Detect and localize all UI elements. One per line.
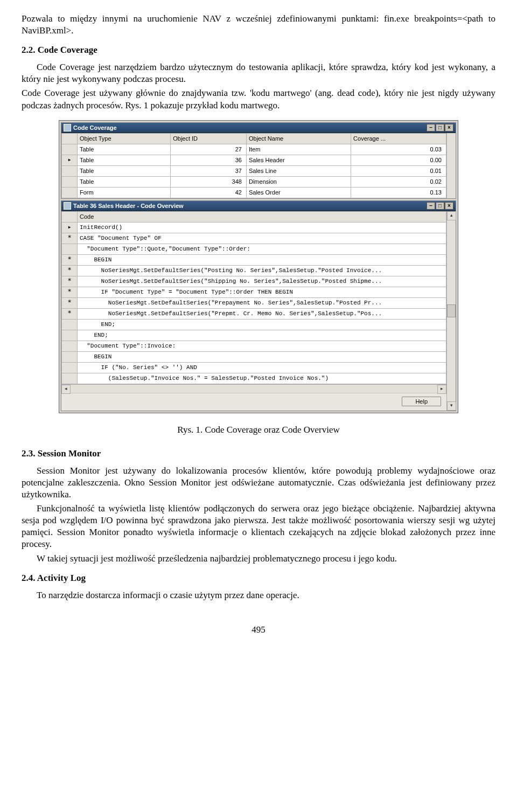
table-row[interactable]: Form42Sales Order0.13 <box>62 187 446 198</box>
table-row[interactable]: ▸InitRecord() <box>62 222 446 233</box>
close-button[interactable]: × <box>445 202 453 210</box>
cell-coverage: 0.02 <box>351 176 446 187</box>
close-button[interactable]: × <box>445 124 453 131</box>
table-row[interactable]: * NoSeriesMgt.SetDefaultSeries("Shipping… <box>62 276 446 287</box>
row-marker: ▸ <box>62 222 78 233</box>
col-header: Coverage ... <box>351 133 446 144</box>
col-header: Object Name <box>246 133 351 144</box>
cell-object-name: Sales Order <box>246 187 351 198</box>
paragraph: Session Monitor jest używany do lokalizo… <box>22 465 495 501</box>
code-coverage-table: Object TypeObject IDObject NameCoverage … <box>61 133 446 198</box>
table-row[interactable]: END; <box>62 319 446 330</box>
row-marker <box>62 362 78 373</box>
table-row[interactable]: *CASE "Document Type" OF <box>62 233 446 244</box>
table-row[interactable]: Table37Sales Line0.01 <box>62 165 446 176</box>
code-line: "Document Type"::Quote,"Document Type"::… <box>78 244 446 254</box>
row-marker: * <box>62 297 78 308</box>
paragraph: Pozwala to między innymi na uruchomienie… <box>22 13 495 37</box>
table-row[interactable]: (SalesSetup."Invoice Nos." = SalesSetup.… <box>62 373 446 384</box>
help-button[interactable]: Help <box>402 397 441 406</box>
row-marker <box>62 244 78 254</box>
table-row[interactable]: * IF "Document Type" = "Document Type"::… <box>62 287 446 297</box>
row-marker <box>62 319 78 330</box>
row-marker: ▸ <box>62 155 78 165</box>
code-line: NoSeriesMgt.SetDefaultSeries("Prepmt. Cr… <box>78 308 446 319</box>
window-title: Table 36 Sales Header - Code Overview <box>73 202 184 210</box>
scroll-left-icon[interactable]: ◂ <box>61 385 71 394</box>
code-line: END; <box>78 330 446 341</box>
code-line: IF ("No. Series" <> '') AND <box>78 362 446 373</box>
paragraph: To narzędzie dostarcza informacji o czas… <box>22 589 495 601</box>
paragraph: Code Coverage jest narzędziem bardzo uży… <box>22 61 495 85</box>
maximize-button[interactable]: □ <box>436 124 444 131</box>
row-marker: * <box>62 308 78 319</box>
cell-object-name: Item <box>246 144 351 155</box>
col-header: Object ID <box>171 133 247 144</box>
cell-object-type: Table <box>78 165 171 176</box>
cell-coverage: 0.00 <box>351 155 446 165</box>
window-code-overview: Table 36 Sales Header - Code Overview – … <box>61 200 456 411</box>
section-heading-24: 2.4. Activity Log <box>22 572 495 584</box>
row-marker: * <box>62 233 78 244</box>
code-line: "Document Type"::Invoice: <box>78 341 446 351</box>
code-line: (SalesSetup."Invoice Nos." = SalesSetup.… <box>78 373 446 384</box>
scroll-down-icon[interactable]: ▾ <box>447 401 456 411</box>
cell-object-name: Sales Header <box>246 155 351 165</box>
table-row[interactable]: "Document Type"::Quote,"Document Type"::… <box>62 244 446 254</box>
rowhead-blank <box>62 211 78 222</box>
cell-object-type: Form <box>78 187 171 198</box>
table-row[interactable]: * NoSeriesMgt.SetDefaultSeries("Posting … <box>62 265 446 276</box>
table-row[interactable]: * NoSeriesMgt.SetDefaultSeries("Prepayme… <box>62 297 446 308</box>
row-marker <box>62 144 78 155</box>
rowhead-blank <box>62 133 78 144</box>
table-row[interactable]: BEGIN <box>62 351 446 362</box>
scroll-right-icon[interactable]: ▸ <box>437 385 446 394</box>
row-marker <box>62 341 78 351</box>
titlebar-code-coverage: Code Coverage – □ × <box>61 123 456 133</box>
figure-screenshot: Code Coverage – □ × Object TypeObject ID… <box>22 120 495 413</box>
scrollbar-h[interactable]: ◂ ▸ <box>61 384 446 393</box>
row-marker <box>62 373 78 384</box>
code-line: InitRecord() <box>78 222 446 233</box>
window-code-coverage: Code Coverage – □ × Object TypeObject ID… <box>61 122 456 199</box>
table-row[interactable]: END; <box>62 330 446 341</box>
cell-object-type: Table <box>78 176 171 187</box>
table-row[interactable]: * BEGIN <box>62 254 446 265</box>
row-marker: * <box>62 265 78 276</box>
table-row[interactable]: Table27Item0.03 <box>62 144 446 155</box>
minimize-button[interactable]: – <box>427 202 435 210</box>
code-line: CASE "Document Type" OF <box>78 233 446 244</box>
section-heading-23: 2.3. Session Monitor <box>22 448 495 460</box>
cell-object-id: 37 <box>171 165 247 176</box>
table-row[interactable]: Table348Dimension0.02 <box>62 176 446 187</box>
cell-object-name: Dimension <box>246 176 351 187</box>
code-overview-table: Code ▸InitRecord()*CASE "Document Type" … <box>61 211 446 384</box>
row-marker <box>62 351 78 362</box>
row-marker: * <box>62 287 78 297</box>
minimize-button[interactable]: – <box>427 124 435 131</box>
table-row[interactable]: * NoSeriesMgt.SetDefaultSeries("Prepmt. … <box>62 308 446 319</box>
cell-coverage: 0.03 <box>351 144 446 155</box>
scrollbar-v[interactable] <box>446 133 456 198</box>
row-marker <box>62 187 78 198</box>
code-line: BEGIN <box>78 254 446 265</box>
row-marker: * <box>62 254 78 265</box>
app-icon <box>64 202 71 210</box>
code-line: BEGIN <box>78 351 446 362</box>
cell-object-id: 348 <box>171 176 247 187</box>
code-line: NoSeriesMgt.SetDefaultSeries("Shipping N… <box>78 276 446 287</box>
maximize-button[interactable]: □ <box>436 202 444 210</box>
code-line: IF "Document Type" = "Document Type"::Or… <box>78 287 446 297</box>
scrollbar-v[interactable]: ▴ ▾ <box>446 211 456 411</box>
scroll-thumb[interactable] <box>447 304 456 317</box>
code-line: NoSeriesMgt.SetDefaultSeries("Prepayment… <box>78 297 446 308</box>
cell-object-name: Sales Line <box>246 165 351 176</box>
row-marker <box>62 330 78 341</box>
table-row[interactable]: IF ("No. Series" <> '') AND <box>62 362 446 373</box>
scroll-up-icon[interactable]: ▴ <box>447 211 456 220</box>
paragraph: W takiej sytuacji jest możliwość prześle… <box>22 553 495 565</box>
table-row[interactable]: ▸Table36Sales Header0.00 <box>62 155 446 165</box>
table-row[interactable]: "Document Type"::Invoice: <box>62 341 446 351</box>
figure-caption: Rys. 1. Code Coverage oraz Code Overview <box>22 424 495 436</box>
cell-object-id: 42 <box>171 187 247 198</box>
